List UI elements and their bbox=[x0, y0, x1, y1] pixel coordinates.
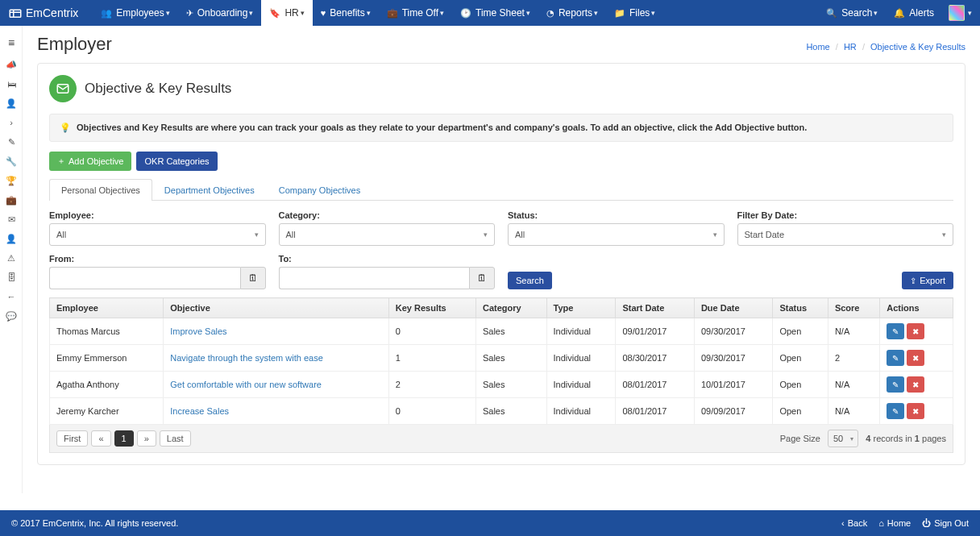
edit-icon: ✎ bbox=[892, 354, 899, 363]
table-row: Thomas MarcusImprove Sales0SalesIndividu… bbox=[50, 318, 953, 345]
calendar-icon[interactable]: 🗓 bbox=[240, 267, 266, 289]
sidebar-item-5[interactable]: ✎ bbox=[0, 132, 23, 152]
nav-alerts[interactable]: 🔔Alerts bbox=[886, 0, 942, 26]
sidebar-item-10[interactable]: 👤 bbox=[0, 229, 23, 248]
from-date-input[interactable] bbox=[49, 267, 240, 289]
heart-icon: ♥ bbox=[321, 8, 326, 18]
plane-icon: ✈ bbox=[186, 8, 193, 19]
nav-hr[interactable]: 🔖HR▾ bbox=[261, 0, 312, 26]
col-status: Status bbox=[773, 298, 828, 318]
user-avatar[interactable] bbox=[949, 5, 965, 21]
sidebar-item-2[interactable]: 🛏 bbox=[0, 74, 23, 93]
objective-link[interactable]: Increase Sales bbox=[170, 406, 229, 416]
tab-company[interactable]: Company Objectives bbox=[267, 179, 373, 201]
pager-page-1[interactable]: 1 bbox=[114, 430, 134, 447]
employee-filter-label: Employee: bbox=[49, 210, 266, 220]
sidebar-item-11[interactable]: ⚠ bbox=[0, 248, 23, 268]
svg-rect-0 bbox=[10, 10, 21, 17]
edit-button[interactable]: ✎ bbox=[887, 403, 904, 419]
brand-logo[interactable]: EmCentrix bbox=[8, 6, 78, 20]
page-size-select[interactable]: 50▾ bbox=[828, 430, 858, 447]
delete-button[interactable]: ✖ bbox=[907, 323, 924, 339]
tabs: Personal Objectives Department Objective… bbox=[49, 179, 953, 201]
delete-button[interactable]: ✖ bbox=[907, 350, 924, 366]
close-icon: ✖ bbox=[912, 354, 919, 363]
pager-prev[interactable]: « bbox=[91, 430, 110, 447]
edit-icon: ✎ bbox=[892, 380, 899, 389]
sidebar-item-8[interactable]: 💼 bbox=[0, 190, 23, 210]
nav-time-off[interactable]: 💼Time Off▾ bbox=[379, 0, 452, 26]
okr-categories-button[interactable]: OKR Categories bbox=[136, 152, 217, 171]
table-row: Agatha AnthonyGet comfortable with our n… bbox=[50, 372, 953, 398]
date-filter-label: Filter By Date: bbox=[737, 210, 954, 220]
search-icon: 🔍 bbox=[826, 8, 837, 19]
sidebar-item-3[interactable]: 👤 bbox=[0, 93, 23, 113]
sidebar-item-14[interactable]: 💬 bbox=[0, 306, 23, 326]
delete-button[interactable]: ✖ bbox=[907, 376, 924, 393]
chevron-down-icon: ▾ bbox=[968, 9, 972, 17]
search-button[interactable]: Search bbox=[508, 272, 552, 289]
objective-link[interactable]: Improve Sales bbox=[170, 326, 226, 336]
nav-reports[interactable]: ◔Reports▾ bbox=[538, 0, 606, 26]
col-score: Score bbox=[828, 298, 879, 318]
table-row: Emmy EmmersonNavigate through the system… bbox=[50, 345, 953, 372]
plus-icon: ＋ bbox=[57, 156, 65, 167]
category-filter[interactable]: All▾ bbox=[279, 223, 496, 246]
pager-first[interactable]: First bbox=[56, 430, 88, 447]
nav-employees[interactable]: 👥Employees▾ bbox=[93, 0, 177, 26]
logo-icon bbox=[8, 6, 23, 20]
edit-icon: ✎ bbox=[892, 407, 899, 416]
edit-button[interactable]: ✎ bbox=[887, 376, 904, 393]
sidebar-item-12[interactable]: 🗄 bbox=[0, 268, 23, 287]
date-filter[interactable]: Start Date▾ bbox=[737, 223, 954, 246]
sidebar-item-13[interactable]: ← bbox=[0, 287, 23, 306]
envelope-icon bbox=[56, 81, 70, 96]
breadcrumb-home[interactable]: Home bbox=[806, 42, 829, 52]
col-start-date: Start Date bbox=[616, 298, 695, 318]
status-filter-label: Status: bbox=[508, 210, 725, 220]
calendar-icon[interactable]: 🗓 bbox=[469, 267, 495, 289]
export-button[interactable]: ⇪Export bbox=[902, 272, 953, 289]
edit-button[interactable]: ✎ bbox=[887, 323, 904, 339]
main-panel: Objective & Key Results 💡 Objectives and… bbox=[37, 63, 965, 465]
lightbulb-icon: 💡 bbox=[60, 123, 71, 132]
pager-last[interactable]: Last bbox=[160, 430, 191, 447]
chevron-down-icon: ▾ bbox=[484, 231, 488, 239]
nav-files[interactable]: 📁Files▾ bbox=[606, 0, 663, 26]
delete-button[interactable]: ✖ bbox=[907, 403, 924, 419]
to-date-input[interactable] bbox=[279, 267, 470, 289]
breadcrumb-hr[interactable]: HR bbox=[844, 42, 857, 52]
table-row: Jeremy KarcherIncrease Sales0SalesIndivi… bbox=[50, 398, 953, 425]
nav-benefits[interactable]: ♥Benefits▾ bbox=[313, 0, 379, 26]
sidebar-item-4[interactable]: › bbox=[0, 113, 23, 132]
category-filter-label: Category: bbox=[279, 210, 496, 220]
close-icon: ✖ bbox=[912, 380, 919, 389]
edit-button[interactable]: ✎ bbox=[887, 350, 904, 366]
folder-icon: 📁 bbox=[614, 8, 625, 19]
status-filter[interactable]: All▾ bbox=[508, 223, 725, 246]
sidebar-item-9[interactable]: ✉ bbox=[0, 210, 23, 229]
col-key-results: Key Results bbox=[388, 298, 475, 318]
breadcrumb-current[interactable]: Objective & Key Results bbox=[870, 42, 965, 52]
briefcase-icon: 💼 bbox=[387, 8, 398, 19]
sidebar-item-1[interactable]: 📣 bbox=[0, 55, 23, 74]
sidebar-item-7[interactable]: 🏆 bbox=[0, 171, 23, 190]
employee-filter[interactable]: All▾ bbox=[49, 223, 266, 246]
col-actions: Actions bbox=[880, 298, 953, 318]
info-box: 💡 Objectives and Key Results are where y… bbox=[49, 114, 953, 142]
pager: First « 1 » Last bbox=[56, 430, 191, 447]
tab-department[interactable]: Department Objectives bbox=[152, 179, 267, 201]
breadcrumb: Home / HR / Objective & Key Results bbox=[806, 42, 965, 52]
close-icon: ✖ bbox=[912, 327, 919, 336]
sidebar-toggle[interactable]: ≡ bbox=[0, 31, 23, 55]
pager-next[interactable]: » bbox=[137, 430, 156, 447]
objective-link[interactable]: Navigate through the system with ease bbox=[170, 353, 323, 363]
nav-time-sheet[interactable]: 🕑Time Sheet▾ bbox=[452, 0, 538, 26]
sidebar-item-6[interactable]: 🔧 bbox=[0, 152, 23, 171]
objective-link[interactable]: Get comfortable with our new software bbox=[170, 380, 322, 389]
tab-personal[interactable]: Personal Objectives bbox=[49, 179, 152, 201]
add-objective-button[interactable]: ＋Add Objective bbox=[49, 152, 131, 171]
chevron-down-icon: ▾ bbox=[850, 435, 853, 443]
nav-search[interactable]: 🔍Search▾ bbox=[818, 0, 886, 26]
nav-onboarding[interactable]: ✈Onboarding▾ bbox=[178, 0, 262, 26]
